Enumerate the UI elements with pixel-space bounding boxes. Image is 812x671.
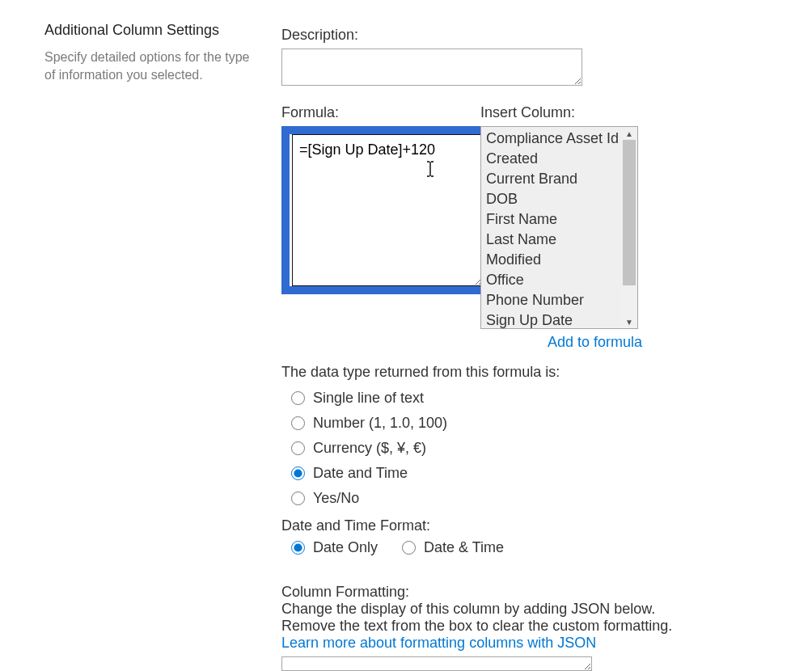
dtformat-option-dateonly-label: Date Only [313,539,378,556]
datatype-radio-text[interactable] [291,391,305,405]
description-label: Description: [281,27,775,44]
dtformat-radio-group: Date Only Date & Time [281,534,775,561]
dtformat-label: Date and Time Format: [281,517,775,534]
insert-column-item[interactable]: Current Brand [481,169,621,189]
column-formatting-heading: Column Formatting: [281,584,775,601]
datatype-radio-yesno[interactable] [291,492,305,505]
datatype-option-number[interactable]: Number (1, 1.0, 100) [281,411,775,436]
scroll-down-icon[interactable]: ▼ [621,315,637,328]
json-formatting-textarea[interactable] [281,656,592,671]
formula-label: Formula: [281,104,485,121]
datatype-option-yesno[interactable]: Yes/No [281,486,775,511]
scroll-up-icon[interactable]: ▲ [621,127,637,140]
insert-column-label: Insert Column: [480,104,642,121]
datatype-option-number-label: Number (1, 1.0, 100) [313,415,447,432]
listbox-scrollbar[interactable]: ▲ ▼ [621,127,637,328]
add-to-formula-link[interactable]: Add to formula [548,334,642,350]
section-title: Additional Column Settings [44,22,259,39]
json-help-link[interactable]: Learn more about formatting columns with… [281,635,596,651]
dtformat-radio-dateonly[interactable] [291,541,305,555]
column-formatting-line2: Remove the text from the box to clear th… [281,618,775,635]
datatype-option-text-label: Single line of text [313,390,424,407]
column-formatting-line1: Change the display of this column by add… [281,601,775,618]
datatype-radio-datetime[interactable] [291,466,305,480]
datatype-option-datetime[interactable]: Date and Time [281,461,775,486]
insert-column-item[interactable]: Last Name [481,230,621,250]
datatype-label: The data type returned from this formula… [281,364,775,381]
insert-column-item[interactable]: Sign Up Date [481,310,621,328]
insert-column-item[interactable]: Office [481,270,621,290]
dtformat-option-dateonly[interactable]: Date Only [291,539,378,556]
formula-highlight-frame [281,126,493,294]
datatype-option-currency[interactable]: Currency ($, ¥, €) [281,436,775,461]
datatype-radio-number[interactable] [291,416,305,430]
datatype-option-currency-label: Currency ($, ¥, €) [313,440,426,457]
dtformat-option-datetime[interactable]: Date & Time [402,539,504,556]
insert-column-item[interactable]: DOB [481,189,621,209]
datatype-option-datetime-label: Date and Time [313,465,408,482]
insert-column-item[interactable]: Modified [481,250,621,270]
description-textarea[interactable] [281,49,582,86]
datatype-radio-group: Single line of text Number (1, 1.0, 100)… [281,386,775,511]
insert-column-listbox[interactable]: Compliance Asset IdCreatedCurrent BrandD… [480,126,638,329]
section-help-text: Specify detailed options for the type of… [44,49,259,83]
dtformat-radio-datetime[interactable] [402,541,416,555]
scroll-thumb[interactable] [623,140,636,285]
insert-column-item[interactable]: Created [481,149,621,169]
formula-textarea[interactable] [292,134,483,286]
datatype-option-text[interactable]: Single line of text [281,386,775,411]
insert-column-item[interactable]: Compliance Asset Id [481,129,621,149]
insert-column-item[interactable]: Phone Number [481,290,621,310]
insert-column-item[interactable]: First Name [481,209,621,230]
datatype-radio-currency[interactable] [291,441,305,455]
dtformat-option-datetime-label: Date & Time [424,539,504,556]
datatype-option-yesno-label: Yes/No [313,490,359,507]
